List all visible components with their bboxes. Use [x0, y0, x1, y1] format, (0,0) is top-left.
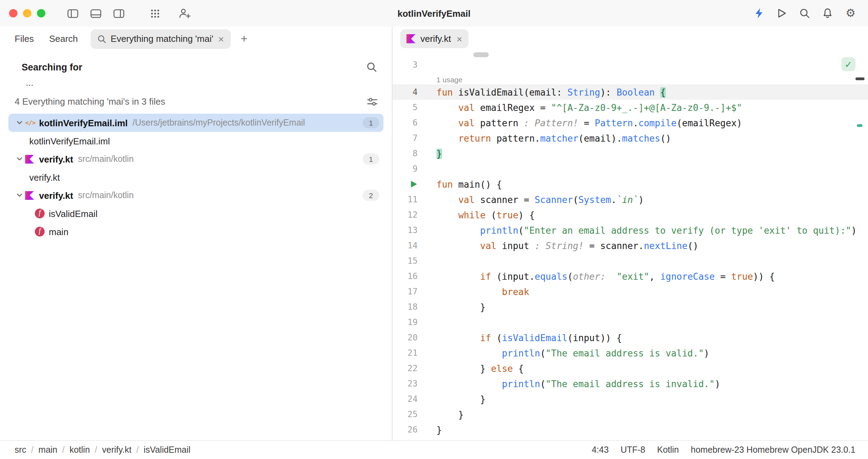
- code-line[interactable]: 7 return pattern.matcher(email).matches(…: [393, 130, 868, 146]
- grid-icon[interactable]: [146, 4, 164, 22]
- kotlin-file-icon: [406, 34, 416, 43]
- line-number: 21: [393, 348, 420, 358]
- breadcrumb-separator: /: [136, 445, 139, 455]
- zoom-window-button[interactable]: [37, 9, 45, 17]
- code-line[interactable]: 25 }: [393, 407, 868, 422]
- code-line-text: val scanner = Scanner(System.`in`): [420, 194, 644, 205]
- panel-left-icon[interactable]: [63, 4, 82, 22]
- code-line[interactable]: 26}: [393, 422, 868, 437]
- code-line[interactable]: fun main() {: [393, 176, 868, 192]
- code-line[interactable]: 14 val input : String! = scanner.nextLin…: [393, 238, 868, 253]
- line-number: 13: [393, 225, 420, 235]
- code-line[interactable]: 18 }: [393, 299, 868, 315]
- code-line[interactable]: 21 println("The email address is valid."…: [393, 345, 868, 361]
- panel-right-icon[interactable]: [109, 4, 128, 22]
- code-line[interactable]: 11 val scanner = Scanner(System.`in`): [393, 192, 868, 207]
- minimize-window-button[interactable]: [23, 9, 31, 17]
- line-number: 18: [393, 302, 420, 312]
- code-line[interactable]: 16 if (input.equals(other: "exit", ignor…: [393, 269, 868, 284]
- tree-row[interactable]: </>kotlinVerifyEmail.iml/Users/jetbrains…: [8, 114, 383, 132]
- tree-row-path: /Users/jetbrains/myProjects/kotlinVerify…: [132, 118, 305, 128]
- status-item[interactable]: 4:43: [592, 445, 609, 455]
- code-line[interactable]: 3: [393, 57, 868, 73]
- inspections-ok-badge[interactable]: ✓: [842, 57, 855, 71]
- close-icon[interactable]: ×: [456, 34, 463, 44]
- status-item[interactable]: UTF-8: [620, 445, 645, 455]
- code-line[interactable]: 17 break: [393, 284, 868, 299]
- code-line[interactable]: 15: [393, 253, 868, 269]
- add-collaborator-icon[interactable]: [176, 4, 194, 22]
- search-icon[interactable]: [366, 61, 377, 73]
- chevron-down-icon[interactable]: [14, 119, 25, 127]
- new-tab-button[interactable]: +: [241, 32, 248, 46]
- code-line[interactable]: 4fun isValidEmail(email: String): Boolea…: [393, 84, 868, 100]
- tree-row-label: verify.kt: [39, 190, 73, 201]
- tree-row[interactable]: fisValidEmail: [8, 204, 383, 223]
- tree-row-label: verify.kt: [39, 154, 73, 164]
- breadcrumb-item[interactable]: main: [38, 445, 57, 455]
- result-count-badge: 2: [363, 190, 379, 201]
- usage-hint[interactable]: 1 usage: [393, 73, 868, 84]
- window-toolbar: kotlinVerifyEmail ⚙: [0, 0, 868, 27]
- search-results-tree: </>kotlinVerifyEmail.iml/Users/jetbrains…: [0, 114, 392, 241]
- tree-row-path: src/main/kotlin: [78, 154, 134, 164]
- smart-mode-icon[interactable]: [749, 4, 768, 22]
- tab-search[interactable]: Search: [49, 33, 85, 44]
- traffic-lights: [9, 9, 45, 17]
- tree-row[interactable]: verify.ktsrc/main/kotlin2: [8, 186, 383, 204]
- code-editor[interactable]: ✓ 31 usage4fun isValidEmail(email: Strin…: [393, 51, 868, 440]
- kotlin-file-icon: [25, 155, 39, 164]
- breadcrumb-item[interactable]: kotlin: [69, 445, 90, 455]
- tab-files[interactable]: Files: [15, 33, 44, 44]
- breadcrumb-separator: /: [31, 445, 33, 455]
- code-line[interactable]: 22 } else {: [393, 361, 868, 376]
- notifications-icon[interactable]: [818, 4, 837, 22]
- tab-everything-matching[interactable]: Everything matching 'mai' ×: [90, 29, 231, 48]
- search-query-text[interactable]: ...: [26, 77, 392, 88]
- chevron-down-icon[interactable]: [14, 155, 25, 163]
- close-icon[interactable]: ×: [218, 34, 224, 44]
- code-line-text: println("Enter an email address to verif…: [420, 225, 856, 235]
- run-gutter-icon[interactable]: [393, 180, 420, 188]
- code-line-text: println("The email address is valid."): [420, 348, 709, 358]
- code-line-text: }: [420, 302, 486, 312]
- code-line[interactable]: 13 println("Enter an email address to ve…: [393, 223, 868, 238]
- code-line-text: } else {: [420, 363, 524, 374]
- tree-row[interactable]: verify.ktsrc/main/kotlin1: [8, 150, 383, 168]
- code-line[interactable]: 12 while (true) {: [393, 207, 868, 223]
- line-number: 16: [393, 271, 420, 281]
- chevron-down-icon[interactable]: [14, 191, 25, 200]
- breadcrumb-item[interactable]: verify.kt: [102, 445, 131, 455]
- scrollbar-thumb[interactable]: [855, 77, 865, 80]
- code-line[interactable]: 9: [393, 161, 868, 176]
- breadcrumb-item[interactable]: isValidEmail: [144, 445, 190, 455]
- code-line[interactable]: 19: [393, 315, 868, 330]
- status-item[interactable]: Kotlin: [657, 445, 679, 455]
- tree-row[interactable]: verify.kt: [8, 168, 383, 186]
- filter-icon[interactable]: [367, 97, 378, 106]
- settings-icon[interactable]: ⚙: [842, 4, 860, 22]
- code-line-text: val emailRegex = "^[A-Za-z0-9+_.-]+@[A-Z…: [420, 102, 742, 113]
- editor-tab-verify-kt[interactable]: verify.kt ×: [400, 29, 469, 48]
- code-line-text: }: [420, 409, 464, 420]
- tree-row[interactable]: kotlinVerifyEmail.iml: [8, 132, 383, 150]
- clipped-line-row: [393, 51, 868, 57]
- function-icon: f: [35, 227, 49, 236]
- main-split: Files Search Everything matching 'mai' ×…: [0, 27, 868, 440]
- status-bar: src/main/kotlin/verify.kt/isValidEmail 4…: [0, 440, 868, 459]
- code-line[interactable]: 5 val emailRegex = "^[A-Za-z0-9+_.-]+@[A…: [393, 100, 868, 115]
- code-line[interactable]: 6 val pattern : Pattern! = Pattern.compi…: [393, 115, 868, 130]
- run-icon[interactable]: [772, 4, 791, 22]
- code-line[interactable]: 8}: [393, 146, 868, 161]
- breadcrumb-item[interactable]: src: [15, 445, 26, 455]
- breadcrumb-separator: /: [62, 445, 65, 455]
- panel-bottom-icon[interactable]: [86, 4, 105, 22]
- search-icon[interactable]: [795, 4, 814, 22]
- code-line[interactable]: 24 }: [393, 391, 868, 407]
- code-line[interactable]: 23 println("The email address is invalid…: [393, 376, 868, 391]
- status-item[interactable]: homebrew-23 Homebrew OpenJDK 23.0.1: [691, 445, 855, 455]
- code-line-text: val input : String! = scanner.nextLine(): [420, 240, 698, 251]
- tree-row[interactable]: fmain: [8, 223, 383, 241]
- close-window-button[interactable]: [9, 9, 17, 17]
- code-line[interactable]: 20 if (isValidEmail(input)) {: [393, 330, 868, 345]
